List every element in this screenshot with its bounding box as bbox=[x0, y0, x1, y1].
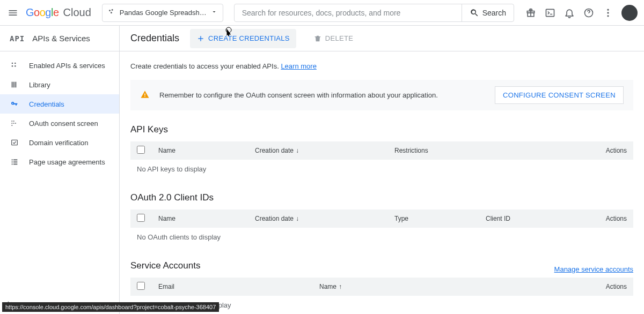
search-input[interactable] bbox=[235, 9, 462, 17]
main: Credentials CREATE CREDENTIALS DELETE Cr… bbox=[120, 26, 644, 314]
gift-icon[interactable] bbox=[525, 7, 537, 19]
svg-point-12 bbox=[12, 65, 13, 67]
project-picker[interactable]: Pandas Google Spreadsh… bbox=[102, 4, 223, 22]
col-restrictions[interactable]: Restrictions bbox=[388, 141, 530, 160]
learn-more-link[interactable]: Learn more bbox=[281, 62, 316, 70]
cloud-shell-icon[interactable] bbox=[544, 7, 556, 19]
svg-point-7 bbox=[607, 9, 609, 10]
google-cloud-logo[interactable]: Google Cloud bbox=[26, 6, 91, 19]
select-all-checkbox[interactable] bbox=[137, 282, 145, 290]
svg-point-20 bbox=[11, 123, 12, 124]
page-header: Credentials CREATE CREDENTIALS DELETE bbox=[120, 26, 644, 51]
page-title: Credentials bbox=[130, 33, 179, 44]
section-heading: OAuth 2.0 Client IDs bbox=[130, 192, 633, 203]
sidebar-item-library[interactable]: Library bbox=[0, 75, 119, 94]
sidebar: API APIs & Services Enabled APIs & servi… bbox=[0, 26, 120, 314]
col-creation-date[interactable]: Creation date↓ bbox=[248, 210, 388, 228]
col-email[interactable]: Email bbox=[152, 278, 313, 296]
section-heading: Service Accounts bbox=[130, 260, 200, 271]
sort-desc-icon: ↓ bbox=[296, 215, 299, 222]
plus-icon bbox=[196, 34, 205, 43]
sidebar-item-label: Library bbox=[29, 81, 50, 89]
status-url-tooltip: https://console.cloud.google.com/apis/da… bbox=[2, 302, 219, 312]
intro-text: Create credentials to access your enable… bbox=[130, 62, 281, 70]
help-icon[interactable] bbox=[583, 7, 595, 19]
key-icon bbox=[10, 99, 19, 109]
svg-point-8 bbox=[607, 12, 609, 13]
sidebar-item-label: OAuth consent screen bbox=[29, 119, 98, 128]
svg-point-17 bbox=[12, 103, 13, 104]
sidebar-item-credentials[interactable]: Credentials bbox=[0, 94, 119, 114]
sidebar-item-label: Credentials bbox=[29, 100, 64, 108]
col-actions: Actions bbox=[530, 141, 633, 160]
topbar-actions bbox=[525, 5, 638, 21]
col-client-id[interactable]: Client ID bbox=[479, 210, 560, 228]
logo-cloud-text: Cloud bbox=[63, 6, 91, 19]
col-name[interactable]: Name↑ bbox=[313, 278, 477, 296]
create-credentials-label: CREATE CREDENTIALS bbox=[208, 34, 290, 42]
svg-rect-14 bbox=[12, 82, 13, 88]
svg-point-18 bbox=[11, 121, 12, 122]
sort-asc-icon: ↑ bbox=[339, 283, 342, 290]
section-api-keys: API Keys Name Creation date↓ Restriction… bbox=[130, 124, 633, 178]
svg-point-11 bbox=[14, 63, 16, 64]
sidebar-header[interactable]: API APIs & Services bbox=[0, 26, 119, 51]
svg-point-10 bbox=[12, 63, 13, 64]
col-actions: Actions bbox=[560, 210, 633, 228]
svg-point-0 bbox=[109, 10, 111, 11]
svg-rect-16 bbox=[15, 82, 16, 88]
intro-text-row: Create credentials to access your enable… bbox=[130, 62, 633, 70]
sort-desc-icon: ↓ bbox=[296, 147, 299, 154]
select-all-checkbox[interactable] bbox=[137, 214, 145, 222]
section-oauth-clients: OAuth 2.0 Client IDs Name Creation date↓… bbox=[130, 192, 633, 246]
svg-point-19 bbox=[13, 121, 14, 122]
svg-rect-15 bbox=[13, 82, 14, 88]
dashboard-icon bbox=[10, 61, 19, 70]
svg-point-1 bbox=[111, 9, 113, 11]
verified-icon bbox=[10, 138, 19, 147]
svg-point-21 bbox=[13, 123, 14, 124]
project-icon bbox=[108, 8, 115, 17]
search-button[interactable]: Search bbox=[462, 4, 514, 21]
search-button-label: Search bbox=[482, 9, 506, 17]
create-credentials-button[interactable]: CREATE CREDENTIALS bbox=[190, 29, 296, 48]
svg-rect-24 bbox=[12, 140, 18, 145]
col-creation-date[interactable]: Creation date↓ bbox=[248, 141, 388, 160]
delete-button[interactable]: DELETE bbox=[307, 29, 360, 48]
col-name[interactable]: Name bbox=[152, 210, 248, 228]
manage-service-accounts-link[interactable]: Manage service accounts bbox=[554, 265, 633, 273]
search-box: Search bbox=[234, 4, 514, 22]
empty-row: No API keys to display bbox=[130, 160, 633, 178]
dropdown-icon bbox=[211, 9, 217, 17]
trash-icon bbox=[313, 34, 322, 43]
hamburger-icon[interactable] bbox=[6, 6, 19, 19]
sidebar-item-domain-verification[interactable]: Domain verification bbox=[0, 133, 119, 152]
list-icon bbox=[10, 157, 19, 167]
svg-rect-29 bbox=[12, 163, 13, 165]
configure-consent-button[interactable]: CONFIGURE CONSENT SCREEN bbox=[495, 86, 624, 104]
col-name[interactable]: Name bbox=[152, 141, 248, 160]
delete-label: DELETE bbox=[325, 34, 353, 42]
svg-point-2 bbox=[111, 12, 112, 13]
consent-infobar: Remember to configure the OAuth consent … bbox=[130, 80, 633, 110]
avatar[interactable] bbox=[621, 5, 638, 21]
notifications-icon[interactable] bbox=[564, 7, 575, 19]
select-all-checkbox[interactable] bbox=[137, 146, 145, 154]
svg-rect-25 bbox=[12, 159, 13, 160]
svg-rect-30 bbox=[13, 163, 17, 165]
project-name: Pandas Google Spreadsh… bbox=[120, 9, 207, 17]
col-actions: Actions bbox=[477, 278, 633, 296]
svg-point-23 bbox=[11, 125, 12, 126]
svg-rect-28 bbox=[13, 161, 17, 162]
col-type[interactable]: Type bbox=[388, 210, 479, 228]
empty-row: No OAuth clients to display bbox=[130, 228, 633, 246]
more-icon[interactable] bbox=[602, 7, 614, 19]
sidebar-item-oauth-consent[interactable]: OAuth consent screen bbox=[0, 114, 119, 133]
warning-icon bbox=[140, 89, 150, 101]
api-logo: API bbox=[10, 34, 25, 43]
sidebar-item-page-usage[interactable]: Page usage agreements bbox=[0, 152, 119, 171]
sidebar-item-label: Page usage agreements bbox=[29, 158, 105, 166]
infobar-message: Remember to configure the OAuth consent … bbox=[159, 91, 485, 99]
topbar: Google Cloud Pandas Google Spreadsh… Sea… bbox=[0, 0, 644, 26]
sidebar-item-enabled-apis[interactable]: Enabled APIs & services bbox=[0, 56, 119, 75]
